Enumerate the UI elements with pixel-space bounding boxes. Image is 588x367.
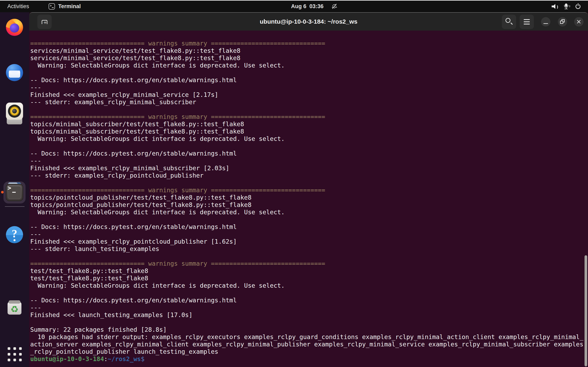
terminal-line — [30, 142, 588, 150]
new-tab-icon — [42, 20, 47, 24]
terminal-line: Finished <<< launch_testing_examples [17… — [30, 311, 588, 319]
terminal-app-icon: > — [6, 184, 23, 201]
terminal-line: -- Docs: https://docs.pytest.org/en/stab… — [30, 297, 588, 304]
hamburger-icon — [524, 19, 530, 20]
terminal-line: --- stderr: launch_testing_examples — [30, 245, 588, 253]
search-icon — [506, 18, 510, 23]
notifications-disabled-bell-icon — [331, 3, 338, 10]
terminal-line: -- Docs: https://docs.pytest.org/en/stab… — [30, 76, 588, 84]
dock-item-trash[interactable]: ♻ — [6, 299, 23, 316]
terminal-line — [30, 179, 588, 187]
terminal-line: services/minimal_service/test/test_flake… — [30, 54, 588, 62]
speaker-cone-icon — [8, 105, 21, 118]
terminal-line — [30, 253, 588, 260]
microphone-icon — [563, 3, 570, 9]
dock-item-help[interactable]: ? — [6, 226, 23, 243]
terminal-line: Warning: SelectableGroups dict interface… — [30, 135, 588, 142]
terminal-line — [30, 289, 588, 297]
terminal-line: test/test_flake8.py::test_flake8 — [30, 267, 588, 275]
new-tab-button[interactable] — [37, 15, 52, 29]
terminal-line: ubuntu@ip-10-0-3-184:~/ros2_ws$ — [30, 355, 588, 363]
terminal-line: --- — [30, 157, 588, 165]
scrollbar-thumb[interactable] — [585, 255, 587, 366]
clock-menu[interactable]: Aug 6 03:36 — [291, 1, 338, 12]
terminal-line: --- stderr: examples_rclpy_minimal_subsc… — [30, 99, 588, 106]
terminal-line: -- Docs: https://docs.pytest.org/en/stab… — [30, 150, 588, 157]
envelope-icon — [9, 71, 20, 78]
menu-button[interactable] — [520, 15, 534, 29]
terminal-line: =============================== warnings… — [30, 40, 588, 47]
terminal-line: topics/minimal_subscriber/test/test_flak… — [30, 120, 588, 128]
terminal-line: Finished <<< examples_rclpy_pointcloud_p… — [30, 238, 588, 245]
terminal-line: topics/pointcloud_publisher/test/test_fl… — [30, 194, 588, 201]
terminal-line: --- — [30, 304, 588, 311]
terminal-line: topics/pointcloud_publisher/test/test_fl… — [30, 201, 588, 209]
minimize-icon — [544, 23, 548, 24]
terminal-line: Warning: SelectableGroups dict interface… — [30, 209, 588, 216]
focused-app-menu[interactable]: Terminal — [49, 1, 81, 12]
terminal-line: Finished <<< examples_rclpy_minimal_serv… — [30, 91, 588, 99]
screen-top-edge — [0, 0, 588, 1]
window-title: ubuntu@ip-10-0-3-184: ~/ros2_ws — [260, 18, 357, 25]
terminal-line: =============================== warnings… — [30, 187, 588, 194]
terminal-line: action_server examples_rclpy_minimal_cli… — [30, 341, 588, 348]
dock-item-firefox[interactable] — [6, 19, 23, 36]
activities-button[interactable]: Activities — [7, 1, 29, 12]
terminal-line — [30, 69, 588, 76]
system-status-menu[interactable] — [552, 1, 581, 12]
power-icon — [575, 3, 581, 9]
dock-item-terminal-active[interactable]: > — [3, 182, 26, 203]
dock-separator — [5, 206, 25, 207]
terminal-output[interactable]: =============================== warnings… — [29, 31, 588, 367]
dock-item-rhythmbox[interactable] — [6, 103, 23, 120]
restore-button[interactable] — [558, 17, 567, 26]
terminal-line: -- Docs: https://docs.pytest.org/en/stab… — [30, 223, 588, 231]
terminal-line: _rclpy_pointcloud_publisher launch_testi… — [30, 348, 588, 355]
terminal-line: 10 packages had stderr output: examples_… — [30, 333, 588, 341]
terminal-window: ubuntu@ip-10-0-3-184: ~/ros2_ws ========… — [29, 12, 588, 367]
terminal-line: Summary: 22 packages finished [28.8s] — [30, 326, 588, 333]
terminal-line: --- stderr: examples_rclpy_pointcloud_pu… — [30, 172, 588, 179]
close-button[interactable] — [574, 17, 584, 26]
terminal-line: --- — [30, 231, 588, 238]
terminal-line — [30, 216, 588, 223]
minimize-button[interactable] — [541, 17, 550, 26]
terminal-icon — [49, 3, 55, 9]
recycle-icon: ♻ — [6, 304, 23, 314]
terminal-line: =============================== warnings… — [30, 113, 588, 120]
search-button[interactable] — [502, 15, 516, 29]
clock-label: Aug 6 03:36 — [291, 3, 323, 9]
dock: ? > ♻ — [0, 12, 29, 367]
show-applications-button[interactable] — [8, 347, 22, 361]
focused-app-name: Terminal — [58, 3, 81, 9]
terminal-line: =============================== warnings… — [30, 260, 588, 267]
terminal-line: services/minimal_service/test/test_flake… — [30, 47, 588, 54]
system-top-bar: Activities Terminal Aug 6 03:36 — [0, 1, 588, 12]
dock-item-thunderbird[interactable] — [6, 64, 23, 81]
terminal-line — [30, 106, 588, 113]
terminal-line: test/test_flake8.py::test_flake8 — [30, 275, 588, 282]
activities-label: Activities — [7, 3, 29, 9]
terminal-line: Finished <<< examples_rclpy_minimal_subs… — [30, 165, 588, 172]
titlebar[interactable]: ubuntu@ip-10-0-3-184: ~/ros2_ws — [29, 12, 588, 31]
terminal-line — [30, 319, 588, 326]
terminal-line: Warning: SelectableGroups dict interface… — [30, 62, 588, 69]
terminal-running-indicator — [1, 191, 4, 193]
terminal-line: --- — [30, 84, 588, 91]
speaker-icon — [552, 4, 558, 9]
terminal-line: topics/minimal_subscriber/test/test_flak… — [30, 128, 588, 135]
terminal-line: Warning: SelectableGroups dict interface… — [30, 282, 588, 289]
